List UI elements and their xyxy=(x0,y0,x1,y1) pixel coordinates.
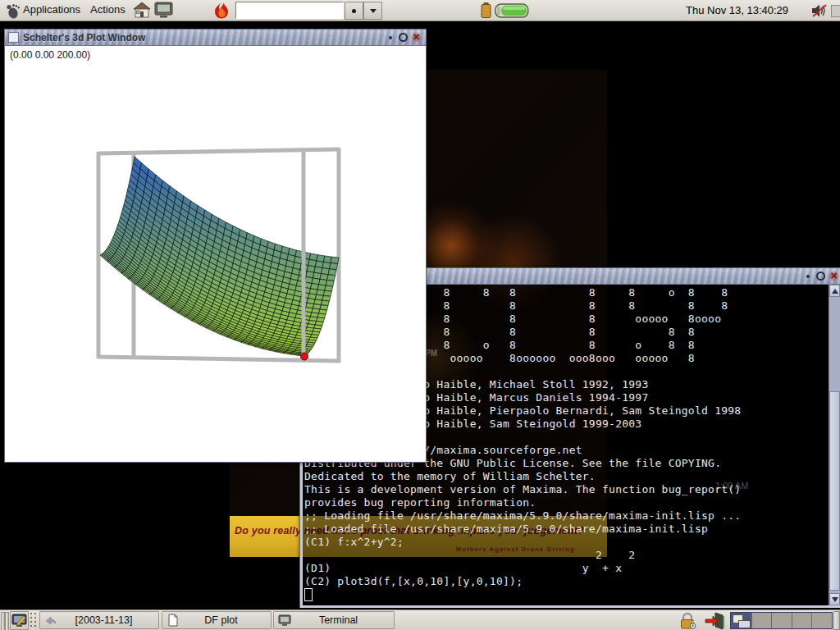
workspace-3[interactable] xyxy=(772,613,792,628)
close-icon[interactable]: ✕ xyxy=(829,271,839,281)
battery-small-icon[interactable] xyxy=(480,2,492,19)
plot3d-window: Schelter's 3d Plot Window ✕ (0.00 0.00 2… xyxy=(4,29,427,463)
terminal-scrollbar[interactable] xyxy=(829,285,840,605)
maximize-icon[interactable] xyxy=(815,271,826,281)
command-browser-button[interactable] xyxy=(345,2,363,20)
workspace-5[interactable] xyxy=(812,613,832,628)
workspace-1[interactable] xyxy=(731,613,752,628)
command-line-input[interactable] xyxy=(235,2,344,19)
panel-hide-button[interactable] xyxy=(833,611,840,630)
task-button-2003-11-13[interactable]: [2003-11-13] xyxy=(39,611,159,629)
task-button-label: [2003-11-13] xyxy=(57,614,158,626)
terminal-line: This is a development version of Maxima.… xyxy=(304,483,741,496)
task-button-df-plot[interactable]: DF plot xyxy=(162,611,272,629)
volume-muted-icon[interactable] xyxy=(810,2,829,19)
scrollbar-thumb[interactable] xyxy=(829,391,840,591)
clock[interactable]: Thu Nov 13, 13:40:29 xyxy=(686,4,788,16)
desktop-pencil-icon xyxy=(11,612,28,629)
maximize-icon[interactable] xyxy=(398,32,409,43)
terminal-line: provides bug reporting information. xyxy=(304,496,741,509)
workspace-switcher[interactable] xyxy=(730,612,833,629)
workspace-2[interactable] xyxy=(752,613,773,628)
chevron-down-icon xyxy=(370,9,377,13)
plot3d-titlebar[interactable]: Schelter's 3d Plot Window ✕ xyxy=(5,30,426,46)
bottom-panel: [2003-11-13]DF plotTerminal xyxy=(0,609,840,630)
top-panel: Applications Actions Thu Nov 13, 13:40:2… xyxy=(0,0,840,21)
workspace-window-thumb xyxy=(738,620,751,628)
terminal-line: ;; Loaded file /usr/share/maxima/5.9.0/s… xyxy=(304,523,741,536)
plot3d-coordinate-readout: (0.00 0.00 200.00) xyxy=(10,49,90,61)
terminal-line: Dedicated to the memory of William Schel… xyxy=(304,470,741,483)
document-icon xyxy=(167,614,180,627)
home-launcher-icon[interactable] xyxy=(133,2,151,19)
task-button-terminal[interactable]: Terminal xyxy=(273,611,395,629)
plot3d-window-icon xyxy=(8,32,19,43)
dot-icon xyxy=(352,9,356,13)
terminal-icon xyxy=(278,614,291,627)
scroll-down-icon[interactable] xyxy=(829,593,840,605)
task-button-label: Terminal xyxy=(291,614,394,626)
gnome-foot-icon[interactable] xyxy=(5,2,21,19)
origin-marker-dot xyxy=(301,353,308,360)
panel-handle[interactable] xyxy=(5,612,9,630)
terminal-line: ;; Loading file /usr/share/maxima/5.9.0/… xyxy=(304,509,741,523)
task-button-label: DF plot xyxy=(180,614,271,626)
terminal-line: (D1) y + x xyxy=(304,562,741,575)
terminal-line: 2 2 xyxy=(304,549,741,562)
tasklist-drag-handle[interactable] xyxy=(30,612,38,629)
menu-applications[interactable]: Applications xyxy=(23,3,80,16)
show-desktop-button[interactable] xyxy=(10,611,29,630)
close-icon[interactable]: ✕ xyxy=(411,32,422,43)
flame-applet-icon[interactable] xyxy=(211,1,232,20)
terminal-line: (C1) f:x^2+y^2; xyxy=(304,536,741,549)
plot3d-canvas[interactable]: (0.00 0.00 200.00) xyxy=(5,46,424,461)
lock-screen-icon[interactable] xyxy=(678,612,698,630)
terminal-line xyxy=(304,588,741,601)
scroll-up-icon[interactable] xyxy=(829,285,840,297)
surface-plot xyxy=(5,46,424,461)
minimize-icon[interactable] xyxy=(385,32,395,43)
menu-actions[interactable]: Actions xyxy=(90,3,126,16)
command-history-button[interactable] xyxy=(363,2,382,20)
battery-charge-icon[interactable] xyxy=(495,3,529,18)
terminal-launcher-icon[interactable] xyxy=(154,2,173,19)
gray-arrow-icon xyxy=(44,614,57,627)
log-out-icon[interactable] xyxy=(704,612,725,630)
terminal-cursor xyxy=(304,588,313,601)
plot3d-window-title: Schelter's 3d Plot Window xyxy=(23,32,145,43)
minimize-icon[interactable] xyxy=(802,271,813,281)
workspace-4[interactable] xyxy=(792,613,813,628)
notification-tray-icon[interactable] xyxy=(831,5,840,17)
terminal-line: (C2) plot3d(f,[x,0,10],[y,0,10]); xyxy=(304,575,741,588)
